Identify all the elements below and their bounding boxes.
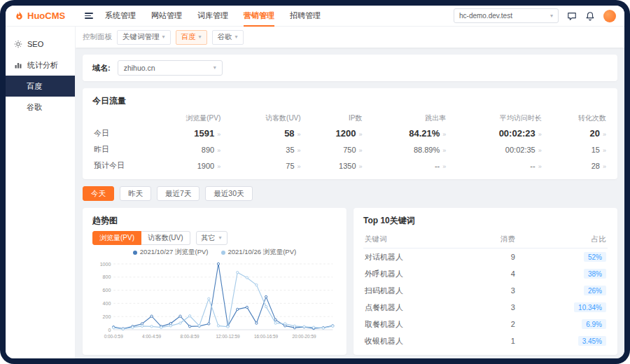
traffic-value-cell: 75» — [222, 158, 302, 174]
traffic-row-label: 今日 — [92, 125, 143, 141]
keyword-percent-badge: 52% — [584, 252, 606, 262]
traffic-col-header: IP数 — [302, 111, 364, 125]
expand-chevron-icon[interactable]: » — [538, 147, 542, 154]
legend-item[interactable]: 2021/10/26 浏览量(PV) — [221, 248, 297, 257]
traffic-col-header: 浏览量(PV) — [143, 111, 222, 125]
top-nav: 系统管理网站管理词库管理营销管理招聘管理 — [105, 6, 321, 27]
expand-chevron-icon[interactable]: » — [442, 163, 446, 170]
bell-icon[interactable] — [585, 11, 595, 21]
expand-chevron-icon[interactable]: » — [359, 163, 363, 170]
keyword-percent-badge: 6.9% — [582, 319, 606, 329]
sidebar-item-stats[interactable]: 统计分析 — [6, 55, 75, 76]
expand-chevron-icon[interactable]: » — [217, 163, 220, 170]
expand-chevron-icon[interactable]: » — [603, 163, 606, 170]
page-tags-bar: 控制面板关键词管理▾百度▾谷歌▾ — [76, 27, 624, 48]
expand-chevron-icon[interactable]: » — [538, 131, 542, 138]
traffic-value-cell: 20» — [543, 125, 608, 141]
top-keywords-card: Top 10关键词 关键词消费占比对话机器人952%外呼机器人438%扫码机器人… — [354, 208, 617, 355]
metric-toggle[interactable]: 浏览量(PV) — [92, 231, 141, 245]
top-nav-item[interactable]: 系统管理 — [105, 6, 136, 27]
keyword-row: 点餐机器人310.34% — [363, 299, 608, 316]
traffic-value: 58 — [284, 128, 294, 139]
expand-chevron-icon[interactable]: » — [298, 131, 301, 138]
trend-line-chart: 020040060080010000:00-0:594:00-4:598:00-… — [92, 258, 337, 341]
date-range-tabs: 今天昨天最近7天最近30天 — [83, 186, 617, 201]
sidebar: SEO 统计分析 百度谷歌 — [6, 27, 76, 358]
expand-chevron-icon[interactable]: » — [359, 131, 363, 138]
metric-toggle[interactable]: 访客数(UV) — [141, 231, 190, 245]
traffic-value-cell: 1200» — [302, 125, 364, 141]
trend-title: 趋势图 — [92, 212, 337, 231]
keyword-cell: 6.9% — [517, 316, 608, 332]
traffic-header-blank — [92, 111, 143, 125]
brand-logo[interactable]: HuoCMS — [14, 10, 73, 21]
traffic-value: 00:02:35 — [505, 146, 536, 154]
keyword-cell: 38% — [517, 265, 608, 282]
keyword-col-header: 关键词 — [363, 231, 471, 248]
trend-card: 趋势图 浏览量(PV)访客数(UV) 其它 ▾ 2021/10/27 浏览量(P… — [83, 208, 346, 355]
expand-chevron-icon[interactable]: » — [603, 147, 606, 154]
domain-select[interactable]: zhihuo.cn ▾ — [118, 60, 223, 76]
sun-icon — [14, 40, 22, 48]
range-tab[interactable]: 最近7天 — [157, 186, 200, 201]
traffic-value: 1350 — [339, 162, 356, 170]
traffic-row-label: 预计今日 — [92, 158, 143, 174]
traffic-value: 88.89% — [414, 146, 440, 154]
keyword-percent-badge: 26% — [584, 286, 606, 295]
keyword-row: 对话机器人952% — [363, 248, 608, 266]
page-tag[interactable]: 控制面板 — [83, 32, 112, 42]
page-tag[interactable]: 关键词管理▾ — [117, 30, 171, 45]
expand-chevron-icon[interactable]: » — [298, 147, 301, 154]
traffic-value: 00:02:23 — [499, 128, 536, 139]
legend-item[interactable]: 2021/10/27 浏览量(PV) — [133, 248, 209, 257]
range-tab[interactable]: 今天 — [83, 186, 114, 201]
expand-chevron-icon[interactable]: » — [298, 163, 301, 170]
top-nav-item[interactable]: 营销管理 — [244, 6, 274, 27]
sidebar-subitem[interactable]: 谷歌 — [6, 97, 75, 118]
topbar: HuoCMS 系统管理网站管理词库管理营销管理招聘管理 hc-demo.dev.… — [6, 6, 624, 27]
sidebar-subitem[interactable]: 百度 — [6, 76, 75, 97]
traffic-value: 1200 — [336, 128, 356, 139]
keyword-cell: 9 — [471, 248, 517, 266]
svg-text:20:00-20:59: 20:00-20:59 — [292, 334, 316, 339]
top-nav-item[interactable]: 网站管理 — [151, 6, 182, 27]
expand-chevron-icon[interactable]: » — [442, 131, 446, 138]
svg-text:800: 800 — [103, 274, 111, 280]
keyword-row: 收银机器人13.45% — [363, 332, 608, 349]
message-icon[interactable] — [567, 11, 577, 21]
traffic-value-cell: --» — [447, 158, 542, 174]
top-nav-item[interactable]: 词库管理 — [197, 6, 228, 27]
traffic-value-cell: --» — [364, 158, 448, 174]
avatar[interactable] — [603, 10, 616, 22]
expand-chevron-icon[interactable]: » — [442, 147, 446, 154]
keyword-cell: 3.45% — [517, 332, 608, 349]
traffic-value-cell: 1350» — [302, 158, 364, 174]
collapse-menu-icon[interactable] — [83, 10, 95, 21]
traffic-value-cell: 1591» — [143, 125, 222, 141]
environment-select[interactable]: hc-demo.dev.test ▾ — [454, 8, 559, 23]
traffic-col-header: 跳出率 — [364, 111, 448, 125]
keyword-cell: 外呼机器人 — [363, 265, 471, 282]
expand-chevron-icon[interactable]: » — [603, 131, 606, 138]
traffic-value: 35 — [286, 146, 294, 154]
range-tab[interactable]: 最近30天 — [205, 186, 252, 201]
topbar-right: hc-demo.dev.test ▾ — [454, 8, 616, 23]
expand-chevron-icon[interactable]: » — [217, 131, 220, 138]
sidebar-item-seo[interactable]: SEO — [6, 34, 75, 55]
other-metric-select[interactable]: 其它 ▾ — [196, 231, 227, 245]
range-tab[interactable]: 昨天 — [120, 186, 151, 201]
keyword-cell: 52% — [517, 248, 608, 266]
page-tag[interactable]: 百度▾ — [176, 30, 207, 45]
page-tag[interactable]: 谷歌▾ — [212, 30, 244, 45]
expand-chevron-icon[interactable]: » — [217, 147, 220, 154]
keyword-col-header: 消费 — [471, 231, 517, 248]
expand-chevron-icon[interactable]: » — [359, 147, 363, 154]
traffic-value-cell: 28» — [543, 158, 608, 174]
brand-name: HuoCMS — [27, 10, 65, 21]
sidebar-stats-label: 统计分析 — [27, 60, 58, 71]
expand-chevron-icon[interactable]: » — [538, 163, 542, 170]
top-nav-item[interactable]: 招聘管理 — [290, 6, 321, 27]
svg-text:12:00-12:59: 12:00-12:59 — [216, 334, 239, 339]
page-tag-label: 关键词管理 — [122, 32, 160, 42]
traffic-value: 890 — [202, 146, 214, 154]
